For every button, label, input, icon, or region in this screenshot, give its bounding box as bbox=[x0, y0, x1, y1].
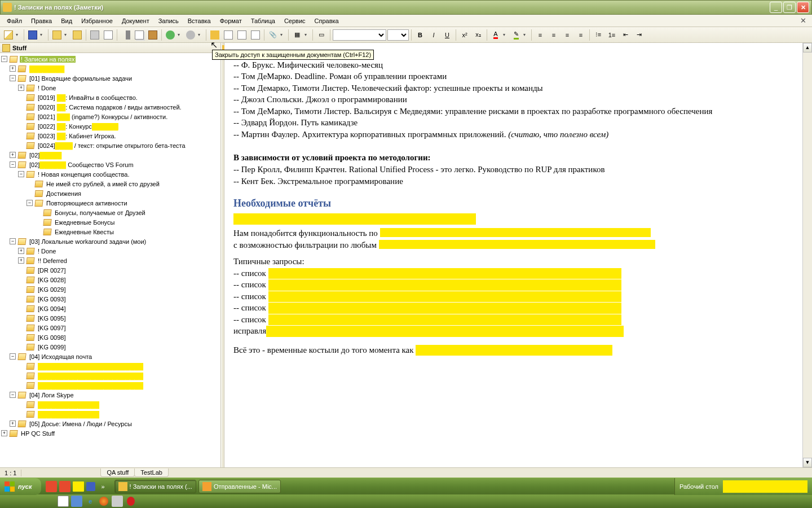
align-center-button[interactable]: ≡ bbox=[548, 29, 560, 41]
close-button[interactable]: ✕ bbox=[797, 2, 809, 13]
doc-tab[interactable]: QA stuff bbox=[100, 468, 135, 477]
expand-icon[interactable]: + bbox=[10, 421, 16, 427]
align-right-button[interactable]: ≡ bbox=[561, 29, 573, 41]
tree-node[interactable]: [KG 0095] bbox=[1, 313, 219, 323]
tree-node[interactable]: Достижения bbox=[1, 189, 219, 198]
tree-node[interactable]: −Повторяющиеся активности bbox=[1, 198, 219, 208]
back-button[interactable] bbox=[164, 29, 176, 41]
collapse-icon[interactable]: − bbox=[10, 238, 16, 244]
tree-node[interactable]: [0023] ██: Кабинет Игрока. bbox=[1, 131, 219, 141]
collapse-icon[interactable]: − bbox=[10, 392, 16, 398]
tree-node[interactable]: ████████████████████████ bbox=[1, 371, 219, 380]
tree-node[interactable]: +████████ bbox=[1, 64, 219, 73]
save-dropdown[interactable]: ▾ bbox=[40, 32, 46, 37]
scroll-up-button[interactable]: ▲ bbox=[803, 43, 812, 52]
font-size-combo[interactable] bbox=[387, 29, 409, 41]
quicklaunch-item[interactable] bbox=[46, 481, 57, 492]
delete-folder-button[interactable] bbox=[71, 29, 83, 41]
lock-button[interactable] bbox=[209, 29, 221, 41]
menu-insert[interactable]: Вставка bbox=[183, 16, 215, 25]
tree-node[interactable]: [0024]████ / текст: открытие открытого б… bbox=[1, 141, 219, 150]
note-edit-button[interactable] bbox=[236, 29, 248, 41]
tree-node[interactable]: [0021] ███ (ingame?) Конкурсы / активнос… bbox=[1, 112, 219, 121]
document-content[interactable]: Написать рецензии: -- Ф. Брукс. Мифическ… bbox=[224, 43, 812, 361]
tree-node[interactable]: [KG 0097] bbox=[1, 323, 219, 332]
expand-icon[interactable]: + bbox=[18, 257, 24, 264]
start-button[interactable]: пуск bbox=[0, 478, 41, 495]
list-bullet-button[interactable]: ⁝≡ bbox=[592, 29, 604, 41]
collapse-icon[interactable]: − bbox=[27, 200, 33, 206]
tree-node[interactable]: +! Done bbox=[1, 83, 219, 93]
mdi-close-button[interactable]: ✕ bbox=[797, 16, 810, 25]
tree-node[interactable]: Не имей сто рублей, а имей сто друзей bbox=[1, 179, 219, 189]
quicklaunch-expand[interactable]: » bbox=[98, 481, 109, 492]
menu-document[interactable]: Документ bbox=[117, 16, 154, 25]
collapse-icon[interactable]: − bbox=[10, 161, 16, 168]
tree-node[interactable]: −[02]██████ Сообщество VS Forum bbox=[1, 160, 219, 169]
forward-dropdown[interactable]: ▾ bbox=[198, 32, 204, 37]
image-button[interactable]: ▭ bbox=[315, 29, 328, 41]
attach-button[interactable]: 📎 bbox=[267, 29, 279, 41]
italic-button[interactable]: I bbox=[427, 29, 440, 41]
tree-node[interactable]: [KG 0093] bbox=[1, 294, 219, 304]
tree-node[interactable]: −[01] Входящие формальные задачи bbox=[1, 73, 219, 83]
collapse-icon[interactable]: − bbox=[10, 353, 16, 360]
tree-node[interactable]: Ежедневные Бонусы bbox=[1, 217, 219, 227]
table-button[interactable]: ▦ bbox=[291, 29, 303, 41]
tree-node[interactable]: [KG 0098] bbox=[1, 332, 219, 342]
collapse-icon[interactable]: − bbox=[1, 56, 7, 62]
outdent-button[interactable]: ⇤ bbox=[619, 29, 632, 41]
font-color-dropdown[interactable]: ▾ bbox=[503, 32, 509, 37]
tree-node[interactable]: [KG 0029] bbox=[1, 284, 219, 294]
quicklaunch-item[interactable] bbox=[59, 481, 70, 492]
tree-node[interactable]: −! Новая концепция сообщества. bbox=[1, 169, 219, 179]
tree-node[interactable]: +HP QC Stuff bbox=[1, 428, 219, 438]
tree-node[interactable]: +!! Deferred bbox=[1, 256, 219, 265]
tree-node[interactable]: ████████████████████████ bbox=[1, 361, 219, 371]
collapse-icon[interactable]: − bbox=[10, 75, 16, 81]
superscript-button[interactable]: x² bbox=[458, 29, 471, 41]
cut-button[interactable] bbox=[120, 29, 132, 41]
quicklaunch-ie[interactable]: e bbox=[85, 496, 96, 507]
tree-node[interactable]: [DR 0027] bbox=[1, 265, 219, 275]
folder-dropdown[interactable]: ▾ bbox=[64, 32, 70, 37]
quicklaunch-item[interactable] bbox=[86, 482, 95, 491]
tree-node[interactable]: [0022] ██: Конкурс██████ bbox=[1, 121, 219, 131]
tree-node[interactable]: −! Записки на полях bbox=[1, 54, 219, 64]
tree-node[interactable]: −[04] Исходящая почта bbox=[1, 352, 219, 361]
new-button[interactable] bbox=[2, 29, 15, 41]
print-button[interactable] bbox=[89, 29, 101, 41]
paste-button[interactable] bbox=[147, 29, 159, 41]
tree-node[interactable]: ████████████████████████ bbox=[1, 380, 219, 390]
print-preview-button[interactable] bbox=[102, 29, 114, 41]
taskbar-task[interactable]: ! Записки на полях (... bbox=[114, 480, 196, 493]
highlight-dropdown[interactable]: ▾ bbox=[523, 32, 529, 37]
tree-node[interactable]: +[05] Досье: Имена / Люди / Ресурсы bbox=[1, 419, 219, 428]
expand-icon[interactable]: + bbox=[10, 65, 16, 72]
quicklaunch-item[interactable] bbox=[58, 496, 69, 507]
menu-favorites[interactable]: Избранное bbox=[77, 16, 117, 25]
table-dropdown[interactable]: ▾ bbox=[304, 32, 310, 37]
menu-record[interactable]: Запись bbox=[154, 16, 183, 25]
minimize-button[interactable]: _ bbox=[770, 2, 782, 13]
bold-button[interactable]: B bbox=[414, 29, 426, 41]
copy-button[interactable] bbox=[133, 29, 145, 41]
note-new-button[interactable] bbox=[222, 29, 235, 41]
highlight-button[interactable]: ✎ bbox=[510, 29, 522, 41]
add-folder-button[interactable] bbox=[51, 29, 63, 41]
tree-node[interactable]: Бонусы, получаемые от Друзей bbox=[1, 208, 219, 217]
tree-node[interactable]: [KG 0028] bbox=[1, 275, 219, 284]
vertical-scrollbar[interactable]: ▲ ▼ bbox=[802, 43, 812, 467]
tree-node[interactable]: [KG 0094] bbox=[1, 304, 219, 313]
attach-dropdown[interactable]: ▾ bbox=[280, 32, 286, 37]
menu-edit[interactable]: Правка bbox=[27, 16, 56, 25]
tree-node[interactable]: +! Done bbox=[1, 246, 219, 256]
expand-icon[interactable]: + bbox=[18, 248, 24, 254]
expand-icon[interactable]: + bbox=[1, 430, 7, 436]
list-number-button[interactable]: 1≡ bbox=[606, 29, 618, 41]
font-color-button[interactable]: A bbox=[489, 29, 502, 41]
menu-view[interactable]: Вид bbox=[56, 16, 77, 25]
menu-format[interactable]: Формат bbox=[215, 16, 246, 25]
tree-node[interactable]: [0020] ██: Система подарков / виды актив… bbox=[1, 102, 219, 112]
menu-table[interactable]: Таблица bbox=[246, 16, 280, 25]
